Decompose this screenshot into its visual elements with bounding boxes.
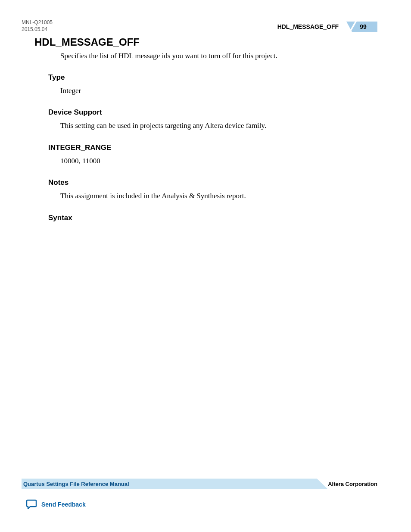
doc-id: MNL-Q21005	[22, 19, 53, 26]
body-type: Integer	[60, 85, 377, 96]
body-device-support: This setting can be used in projects tar…	[60, 120, 377, 131]
section-type: Type Integer	[34, 73, 377, 96]
intro-paragraph: Specifies the list of HDL message ids yo…	[60, 51, 377, 61]
page-number: 99	[357, 23, 367, 30]
footer-manual-title[interactable]: Quartus Settings File Reference Manual	[22, 481, 129, 487]
heading-type: Type	[48, 73, 377, 82]
heading-device-support: Device Support	[48, 108, 377, 117]
page-number-badge: 99	[346, 22, 377, 32]
footer-bar: Quartus Settings File Reference Manual A…	[22, 479, 377, 489]
body-integer-range: 10000, 11000	[60, 156, 377, 167]
section-syntax: Syntax	[34, 214, 377, 222]
footer-corporation: Altera Corporation	[328, 481, 377, 487]
header-right: HDL_MESSAGE_OFF 99	[277, 22, 377, 32]
page-title: HDL_MESSAGE_OFF	[34, 36, 377, 48]
heading-integer-range: INTEGER_RANGE	[48, 143, 377, 152]
body-notes: This assignment is included in the Analy…	[60, 190, 377, 202]
section-notes: Notes This assignment is included in the…	[34, 178, 377, 202]
send-feedback-label: Send Feedback	[41, 501, 86, 508]
section-device-support: Device Support This setting can be used …	[34, 108, 377, 131]
speech-bubble-icon	[26, 499, 37, 510]
page-header: MNL-Q21005 2015.05.04 HDL_MESSAGE_OFF 99	[22, 19, 377, 33]
doc-date: 2015.05.04	[22, 26, 53, 33]
header-section-name: HDL_MESSAGE_OFF	[277, 23, 339, 30]
heading-syntax: Syntax	[48, 214, 377, 222]
page-content: HDL_MESSAGE_OFF Specifies the list of HD…	[34, 36, 377, 226]
heading-notes: Notes	[48, 178, 377, 187]
section-integer-range: INTEGER_RANGE 10000, 11000	[34, 143, 377, 167]
header-meta: MNL-Q21005 2015.05.04	[22, 19, 53, 33]
send-feedback-link[interactable]: Send Feedback	[26, 499, 86, 510]
